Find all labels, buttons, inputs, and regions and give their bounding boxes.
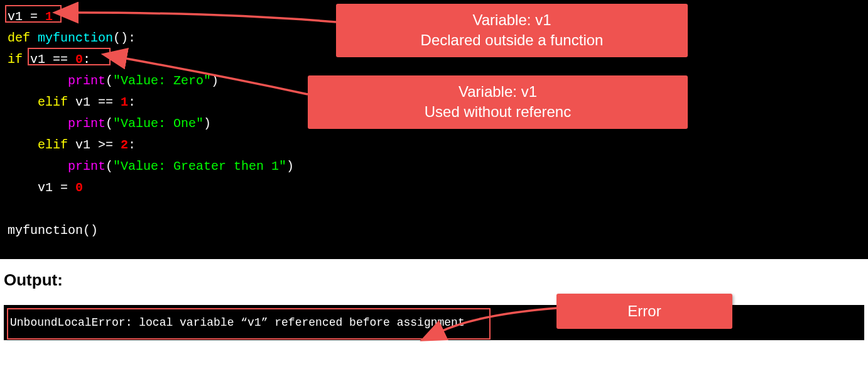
output-text: UnboundLocalError: local variable “v1” r… [10, 316, 465, 329]
code-token: v1 [38, 180, 60, 195]
output-label: Output: [4, 270, 864, 290]
code-token: "Value: One" [113, 116, 203, 131]
callout-line: Declared outside a function [349, 30, 675, 50]
code-token: print [68, 159, 106, 174]
code-token: elif [38, 138, 75, 152]
code-token: ( [106, 159, 113, 174]
code-token: ( [106, 116, 113, 131]
code-token: ( [106, 74, 113, 88]
code-token: print [68, 74, 106, 88]
code-token: v1 [30, 52, 53, 67]
code-token: : [83, 52, 90, 67]
callout-line: Used without referenc [320, 102, 675, 122]
code-token: 1 [45, 9, 53, 24]
callout-error: Error [556, 294, 732, 329]
code-token: 0 [75, 180, 83, 195]
code-token: ) [203, 116, 211, 131]
code-token: 1 [121, 95, 128, 109]
code-token: v1 [75, 95, 98, 109]
output-area: Output: UnboundLocalError: local variabl… [0, 259, 868, 340]
code-token: def [8, 31, 38, 45]
callout-used-without-reference: Variable: v1 Used without referenc [308, 75, 688, 129]
code-token: : [128, 95, 136, 109]
code-token: = [60, 180, 75, 195]
callout-line: Variable: v1 [349, 10, 675, 30]
code-token: >= [98, 138, 121, 152]
code-token: == [98, 95, 121, 109]
code-token: ) [211, 74, 219, 88]
code-token: myfunction [38, 31, 113, 45]
code-token: if [8, 52, 30, 67]
callout-line: Variable: v1 [320, 82, 675, 102]
code-token: print [68, 116, 106, 131]
code-token: v1 [75, 138, 98, 152]
output-block: UnboundLocalError: local variable “v1” r… [4, 305, 864, 340]
code-token: myfunction() [8, 223, 98, 238]
code-token: : [128, 138, 136, 152]
code-token: elif [38, 95, 75, 109]
callout-declared-outside: Variable: v1 Declared outside a function [336, 4, 688, 57]
code-token: = [30, 9, 45, 24]
code-token: ) [286, 159, 294, 174]
code-token: "Value: Zero" [113, 74, 211, 88]
callout-line: Error [627, 302, 661, 319]
code-token: == [53, 52, 75, 67]
code-token: (): [113, 31, 136, 45]
code-token: 2 [121, 138, 128, 152]
code-token: 0 [75, 52, 83, 67]
code-token: v1 [8, 9, 30, 24]
code-token: "Value: Greater then 1" [113, 159, 286, 174]
